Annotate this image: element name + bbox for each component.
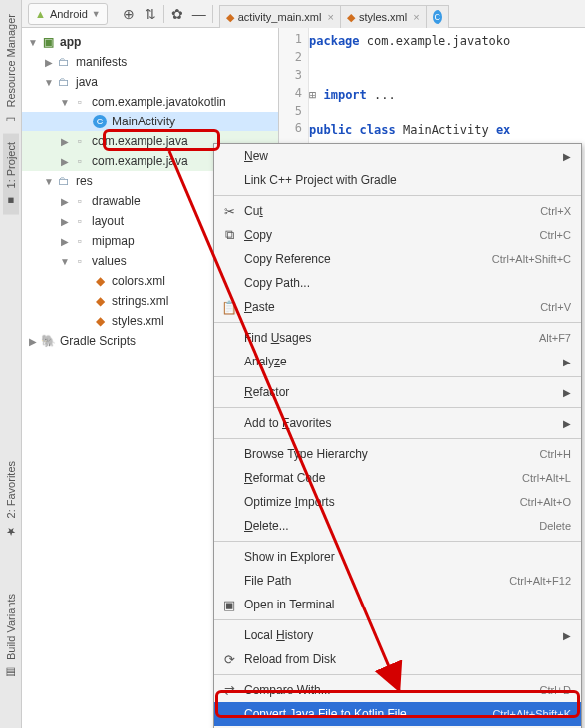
menu-label: Compare With...	[244, 683, 534, 697]
chevron-right-icon[interactable]	[42, 57, 56, 68]
chevron-down-icon[interactable]	[58, 97, 72, 108]
divider	[212, 5, 213, 23]
icon-placeholder	[220, 329, 238, 347]
chevron-right-icon[interactable]	[26, 336, 40, 347]
menu-separator	[214, 619, 581, 620]
icon-placeholder	[220, 414, 238, 432]
menu-item-analyze[interactable]: Analyze▶	[214, 350, 581, 373]
editor-tab-styles[interactable]: ◆ styles.xml ×	[340, 5, 427, 29]
menu-item-new[interactable]: New▶	[214, 144, 581, 168]
tool-window-tabs: ▭ Resource Manager ■ 1: Project ★ 2: Fav…	[0, 0, 22, 728]
tab-favorites[interactable]: ★ 2: Favorites	[3, 453, 19, 546]
menu-item-open-in-terminal[interactable]: ▣Open in Terminal	[214, 593, 581, 616]
chevron-right-icon: ▶	[563, 630, 571, 641]
top-toolbar: ▲ Android ▼ ⊕ ⇅ ✿ — ◆ activity_main.xml …	[22, 0, 585, 28]
icon-placeholder	[220, 445, 238, 463]
chevron-right-icon[interactable]	[58, 196, 72, 207]
menu-item-convert-java-file-to-kotlin-file[interactable]: Convert Java File to Kotlin FileCtrl+Alt…	[214, 702, 581, 726]
tab-label: Build Variants	[5, 594, 17, 660]
close-icon[interactable]: ×	[327, 11, 333, 23]
chevron-right-icon: ▶	[563, 387, 571, 398]
platform-selector[interactable]: ▲ Android ▼	[28, 3, 108, 25]
menu-shortcut: Ctrl+H	[540, 448, 571, 460]
xml-icon: ◆	[92, 293, 108, 309]
menu-shortcut: Ctrl+Alt+L	[522, 472, 571, 484]
editor-tab-overflow[interactable]: C	[426, 5, 449, 29]
menu-item-link-c-project-with-gradle[interactable]: Link C++ Project with Gradle	[214, 168, 581, 192]
chevron-right-icon: ▶	[563, 357, 571, 367]
menu-separator	[214, 674, 581, 675]
package-icon: ▫	[72, 94, 88, 110]
tree-label: app	[60, 35, 81, 49]
menu-item-copy[interactable]: ⧉CopyCtrl+C	[214, 223, 581, 247]
chevron-right-icon[interactable]	[58, 236, 72, 247]
package-icon: ▫	[72, 153, 88, 169]
tab-label: Resource Manager	[5, 14, 17, 108]
tree-node-app[interactable]: ▣ app	[22, 32, 278, 52]
tab-resource-manager[interactable]: ▭ Resource Manager	[3, 6, 19, 134]
menu-shortcut: Ctrl+Alt+Shift+K	[492, 708, 571, 720]
menu-item-browse-type-hierarchy[interactable]: Browse Type HierarchyCtrl+H	[214, 442, 581, 466]
chevron-down-icon[interactable]	[26, 37, 40, 48]
chevron-right-icon[interactable]	[58, 136, 72, 147]
line-number: 2	[279, 50, 308, 68]
line-number: 3	[279, 68, 308, 86]
editor-tabs: ◆ activity_main.xml × ◆ styles.xml × C	[219, 0, 448, 28]
menu-label: Link C++ Project with Gradle	[244, 173, 571, 187]
menu-item-copy-reference[interactable]: Copy ReferenceCtrl+Alt+Shift+C	[214, 247, 581, 271]
menu-shortcut: Alt+F7	[539, 332, 571, 344]
menu-item-find-usages[interactable]: Find UsagesAlt+F7	[214, 326, 581, 350]
menu-item-reload-from-disk[interactable]: ⟳Reload from Disk	[214, 647, 581, 671]
menu-shortcut: Ctrl+C	[540, 229, 571, 241]
chevron-right-icon[interactable]	[58, 216, 72, 227]
tab-build-variants[interactable]: ▤ Build Variants	[3, 586, 19, 687]
menu-label: Copy Reference	[244, 252, 486, 266]
minimize-icon[interactable]: —	[188, 3, 210, 25]
editor-tab-activity-main[interactable]: ◆ activity_main.xml ×	[219, 5, 341, 29]
menu-item-refactor[interactable]: Refactor▶	[214, 380, 581, 404]
menu-label: Analyze	[244, 355, 557, 368]
menu-item-show-in-explorer[interactable]: Show in Explorer	[214, 545, 581, 569]
chevron-down-icon[interactable]	[58, 256, 72, 267]
menu-item-delete[interactable]: Delete...Delete	[214, 514, 581, 538]
tree-node-pkg1[interactable]: ▫ com.example.javatokotlin	[22, 92, 278, 112]
class-icon: C	[92, 114, 108, 129]
tab-project[interactable]: ■ 1: Project	[3, 134, 19, 215]
gear-icon[interactable]: ✿	[166, 3, 188, 25]
menu-item-cut[interactable]: ✂CutCtrl+X	[214, 199, 581, 223]
close-icon[interactable]: ×	[413, 11, 419, 23]
package-icon: ▫	[72, 133, 88, 149]
menu-shortcut: Ctrl+Alt+Shift+C	[492, 253, 571, 265]
menu-item-compare-with[interactable]: ⇄Compare With...Ctrl+D	[214, 678, 581, 702]
tree-node-manifests[interactable]: 🗀 manifests	[22, 52, 278, 72]
tree-node-mainactivity[interactable]: C MainActivity	[22, 112, 278, 131]
menu-separator	[214, 376, 581, 377]
tree-node-java[interactable]: 🗀 java	[22, 72, 278, 92]
divider	[163, 5, 164, 23]
menu-item-reformat-code[interactable]: Reformat CodeCtrl+Alt+L	[214, 466, 581, 490]
tree-label: values	[92, 254, 127, 268]
menu-item-paste[interactable]: 📋PasteCtrl+V	[214, 295, 581, 319]
variant-icon: ▤	[6, 666, 16, 679]
chevron-down-icon[interactable]	[42, 77, 56, 88]
menu-item-file-path[interactable]: File PathCtrl+Alt+F12	[214, 569, 581, 593]
menu-shortcut: Ctrl+D	[540, 684, 571, 696]
sort-icon[interactable]: ⇅	[140, 3, 161, 25]
line-number: 4	[279, 86, 308, 104]
menu-item-optimize-imports[interactable]: Optimize ImportsCtrl+Alt+O	[214, 490, 581, 514]
folder-icon: 🗀	[56, 173, 72, 189]
menu-label: Open in Terminal	[244, 598, 571, 611]
class-icon: C	[433, 10, 442, 24]
chevron-down-icon[interactable]	[42, 176, 56, 187]
menu-item-add-to-favorites[interactable]: Add to Favorites▶	[214, 411, 581, 435]
chevron-right-icon[interactable]	[58, 156, 72, 167]
menu-label: Convert Java File to Kotlin File	[244, 707, 486, 721]
menu-item-copy-path[interactable]: Copy Path...	[214, 271, 581, 295]
tab-label: activity_main.xml	[238, 11, 322, 23]
menu-item-local-history[interactable]: Local History▶	[214, 623, 581, 647]
target-icon[interactable]: ⊕	[118, 3, 140, 25]
tree-label: res	[76, 174, 93, 188]
menu-label: Copy Path...	[244, 276, 571, 290]
menu-label: Reformat Code	[244, 471, 516, 485]
icon-placeholder	[220, 626, 238, 644]
